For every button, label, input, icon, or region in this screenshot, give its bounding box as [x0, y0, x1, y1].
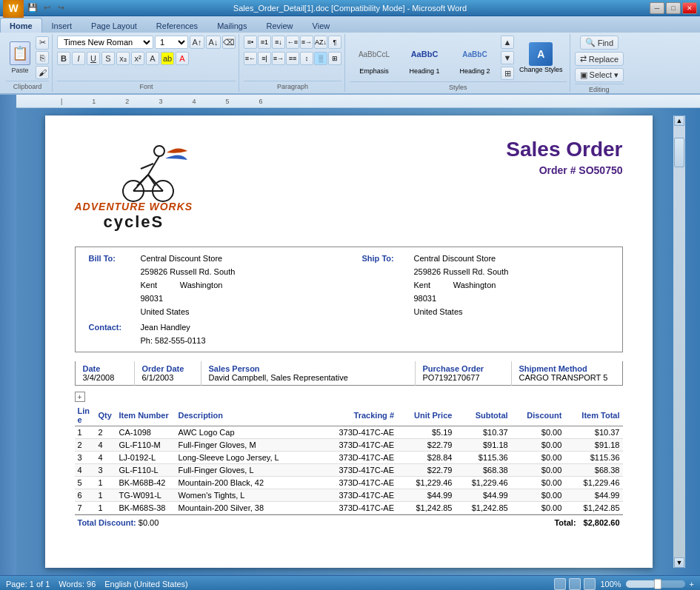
shrink-font-button[interactable]: A↓ [206, 36, 221, 49]
style-more-button[interactable]: ⊞ [501, 67, 514, 80]
bullets-button[interactable]: ≡• [244, 36, 257, 49]
tab-home[interactable]: Home [0, 18, 42, 33]
text-effects-button[interactable]: A [146, 52, 159, 65]
order-number: Order # SO50750 [506, 164, 622, 176]
shading-button[interactable]: ░ [314, 52, 327, 65]
table-cell: $0.00 [511, 426, 565, 439]
paragraph-group: ≡• ≡1 ≡↓ ←≡ ≡→ AZ↓ ¶ ≡← ≡| ≡→ ≡≡ ↕ ░ ⊞ [241, 34, 345, 92]
style-up-button[interactable]: ▲ [501, 36, 514, 49]
paste-icon: 📋 [10, 41, 30, 65]
style-heading2[interactable]: AaBbC Heading 2 [450, 38, 499, 77]
style-emphasis[interactable]: AaBbCcL Emphasis [350, 38, 399, 77]
table-cell: $10.37 [564, 426, 622, 439]
format-painter-button[interactable]: 🖌 [36, 66, 49, 79]
table-cell: Long-Sleeve Logo Jersey, L [176, 452, 316, 464]
ship-to-zip: 98031 [408, 292, 615, 305]
numbering-button[interactable]: ≡1 [258, 36, 271, 49]
maximize-button[interactable]: □ [666, 2, 681, 14]
tab-review[interactable]: Review [256, 18, 302, 33]
close-button[interactable]: ✕ [682, 2, 697, 14]
doc-header: ADVENTURE WORKS cycleS Sales Order Order… [75, 138, 623, 232]
status-left: Page: 1 of 1 Words: 96 English (United S… [6, 580, 188, 589]
justify-button[interactable]: ≡≡ [286, 52, 299, 65]
web-layout-button[interactable] [584, 578, 596, 590]
italic-button[interactable]: I [72, 52, 85, 65]
table-cell: 5 [75, 477, 96, 489]
borders-button[interactable]: ⊞ [328, 52, 341, 65]
clear-format-button[interactable]: ⌫ [222, 36, 236, 49]
table-cell: $0.00 [511, 489, 565, 502]
sort-button[interactable]: AZ↓ [314, 36, 327, 49]
purchase-order-value: PO7192170677 [423, 373, 504, 382]
table-cell: $1,242.85 [455, 502, 510, 514]
table-cell: 3 [75, 452, 96, 464]
show-hide-button[interactable]: ¶ [328, 36, 341, 49]
full-reading-button[interactable] [569, 578, 581, 590]
table-cell: 1 [96, 489, 116, 502]
zoom-slider[interactable] [626, 580, 685, 588]
table-cell: Full-Finger Gloves, M [176, 439, 316, 452]
multilevel-list-button[interactable]: ≡↓ [272, 36, 285, 49]
style-heading1-preview: AaBbC [404, 41, 445, 67]
change-styles-button[interactable]: A Change Styles [516, 40, 567, 76]
increase-indent-button[interactable]: ≡→ [300, 36, 313, 49]
decrease-indent-button[interactable]: ←≡ [286, 36, 299, 49]
superscript-button[interactable]: x² [131, 52, 144, 65]
minimize-button[interactable]: ─ [650, 2, 664, 14]
col-subtotal: Subtotal [455, 405, 510, 426]
col-item-number: Item Number [116, 405, 176, 426]
add-row-button[interactable]: + [75, 392, 85, 402]
paragraph-row2: ≡← ≡| ≡→ ≡≡ ↕ ░ ⊞ [244, 52, 341, 65]
zoom-in-button[interactable]: + [690, 580, 694, 589]
word-count: Words: 96 [59, 580, 96, 589]
underline-button[interactable]: U [87, 52, 100, 65]
select-button[interactable]: ▣ Select ▾ [575, 68, 624, 82]
align-center-button[interactable]: ≡| [258, 52, 271, 65]
paste-button[interactable]: 📋 Paste [6, 39, 34, 76]
cut-button[interactable]: ✂ [36, 36, 49, 50]
tab-references[interactable]: References [147, 18, 207, 33]
table-cell: $22.79 [397, 439, 455, 452]
table-cell: TG-W091-L [116, 489, 176, 502]
vertical-scrollbar[interactable]: ▲ ▼ [673, 115, 685, 568]
scroll-down-button[interactable]: ▼ [674, 557, 684, 568]
subscript-button[interactable]: x₂ [116, 52, 130, 65]
line-spacing-button[interactable]: ↕ [300, 52, 313, 65]
order-date-label: Order Date [142, 364, 193, 373]
save-button[interactable]: 💾 [27, 2, 39, 14]
ruler: | 1 2 3 4 5 6 [16, 95, 700, 108]
print-layout-button[interactable] [554, 578, 566, 590]
redo-button[interactable]: ↪ [55, 2, 67, 14]
scroll-up-button[interactable]: ▲ [674, 115, 684, 126]
font-color-button[interactable]: A [176, 52, 189, 65]
bold-button[interactable]: B [57, 52, 70, 65]
font-size-select[interactable]: 1 [155, 36, 188, 49]
highlight-button[interactable]: ab [161, 52, 174, 65]
zoom-thumb[interactable] [654, 579, 661, 589]
find-button[interactable]: 🔍 Find [580, 36, 619, 50]
table-cell: GL-F110-M [116, 439, 176, 452]
grow-font-button[interactable]: A↑ [190, 36, 204, 49]
strikethrough-button[interactable]: S [101, 52, 115, 65]
table-cell: 373D-417C-AE [316, 477, 397, 489]
office-logo[interactable]: W [3, 0, 24, 19]
view-controls [554, 578, 596, 590]
style-scroll: ▲ ▼ ⊞ [501, 36, 514, 80]
style-heading1[interactable]: AaBbC Heading 1 [400, 38, 449, 77]
style-down-button[interactable]: ▼ [501, 51, 514, 64]
tab-mailings[interactable]: Mailings [207, 18, 256, 33]
undo-button[interactable]: ↩ [41, 2, 53, 14]
align-left-button[interactable]: ≡← [244, 52, 257, 65]
tab-view[interactable]: View [303, 18, 340, 33]
tab-page-layout[interactable]: Page Layout [81, 18, 147, 33]
tab-insert[interactable]: Insert [42, 18, 82, 33]
font-family-select[interactable]: Times New Roman [57, 36, 153, 49]
table-cell: $44.99 [397, 489, 455, 502]
align-right-button[interactable]: ≡→ [272, 52, 285, 65]
svg-line-8 [148, 175, 163, 191]
ribbon-content: 📋 Paste ✂ ⎘ 🖌 Clipboard Times New Roman [0, 33, 700, 93]
replace-button[interactable]: ⇄ Replace [575, 52, 624, 66]
copy-button[interactable]: ⎘ [36, 51, 49, 64]
scroll-thumb[interactable] [674, 138, 684, 167]
total-label: Total: [554, 518, 576, 527]
